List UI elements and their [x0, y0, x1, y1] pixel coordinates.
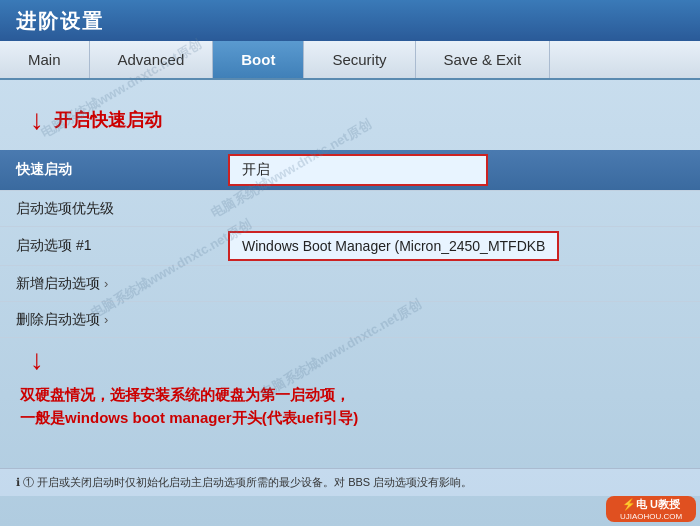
footer-note-text: ① 开启或关闭启动时仅初始化启动主启动选项所需的最少设备。对 BBS 启动选项没…: [23, 476, 472, 488]
logo-main-text: ⚡电 U教授: [622, 497, 680, 512]
footer-note: ℹ ① 开启或关闭启动时仅初始化启动主启动选项所需的最少设备。对 BBS 启动选…: [0, 468, 700, 496]
bios-window: 进阶设置 Main Advanced Boot Security Save & …: [0, 0, 700, 526]
bottom-arrow-down-icon: ↓: [30, 346, 44, 374]
boot-option-1-value: Windows Boot Manager (Micron_2450_MTFDKB: [228, 231, 559, 261]
arrow-down-icon: ↓: [30, 106, 44, 134]
fast-boot-value: 开启: [228, 154, 488, 186]
boot-option-1-row[interactable]: 启动选项 #1 Windows Boot Manager (Micron_245…: [0, 227, 700, 266]
title-bar: 进阶设置: [0, 0, 700, 41]
tab-advanced[interactable]: Advanced: [90, 41, 214, 78]
content-area: ↓ 开启快速启动 快速启动 开启 启动选项优先级 启动选项 #1 Windows…: [0, 80, 700, 429]
tab-main[interactable]: Main: [0, 41, 90, 78]
bottom-annotation-line2: 一般是windows boot manager开头(代表uefi引导): [20, 407, 680, 430]
delete-boot-option-row[interactable]: 删除启动选项 ›: [0, 302, 700, 338]
fast-boot-row[interactable]: 快速启动 开启: [0, 150, 700, 191]
logo-badge: ⚡电 U教授 UJIAOHOU.COM: [606, 496, 696, 522]
tab-security[interactable]: Security: [304, 41, 415, 78]
boot-option-priority-label: 启动选项优先级: [0, 192, 220, 226]
tab-boot[interactable]: Boot: [213, 41, 304, 78]
top-annotation-label: 开启快速启动: [54, 108, 162, 132]
new-boot-option-label: 新增启动选项 ›: [0, 267, 220, 301]
logo-sub-text: UJIAOHOU.COM: [620, 512, 682, 521]
footer-note-icon: ℹ: [16, 476, 23, 488]
delete-boot-option-label: 删除启动选项 ›: [0, 303, 220, 337]
bottom-annotation: 双硬盘情况，选择安装系统的硬盘为第一启动项， 一般是windows boot m…: [20, 384, 680, 429]
fast-boot-value-container: 开启: [220, 150, 700, 190]
boot-option-priority-value: [220, 205, 700, 213]
boot-option-1-label: 启动选项 #1: [0, 229, 220, 263]
tab-save-exit[interactable]: Save & Exit: [416, 41, 551, 78]
new-boot-arrow-icon: ›: [104, 276, 108, 291]
tab-navigation: Main Advanced Boot Security Save & Exit: [0, 41, 700, 80]
window-title: 进阶设置: [16, 8, 104, 35]
delete-boot-arrow-icon: ›: [104, 312, 108, 327]
bottom-annotation-line1: 双硬盘情况，选择安装系统的硬盘为第一启动项，: [20, 384, 680, 407]
boot-option-1-value-container: Windows Boot Manager (Micron_2450_MTFDKB: [220, 227, 700, 265]
fast-boot-label: 快速启动: [0, 153, 220, 187]
new-boot-option-row[interactable]: 新增启动选项 ›: [0, 266, 700, 302]
boot-option-priority-row[interactable]: 启动选项优先级: [0, 191, 700, 227]
